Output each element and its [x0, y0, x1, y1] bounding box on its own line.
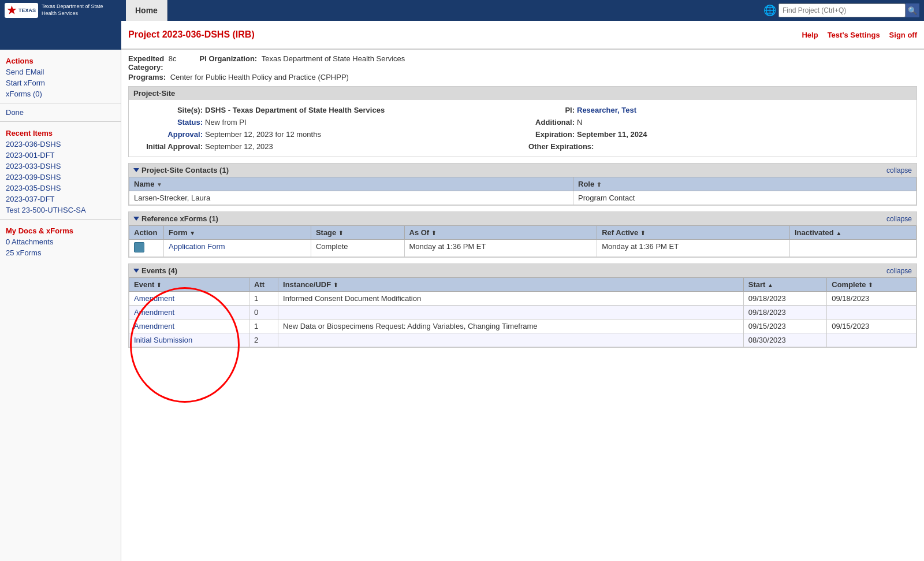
- events-header-title: Events (4): [133, 266, 177, 275]
- expiration-value: September 11, 2024: [577, 130, 647, 139]
- xforms-triangle-icon: [133, 217, 139, 221]
- sidebar-xforms[interactable]: xForms (0): [0, 88, 121, 99]
- agency-name: Texas Department of State Health Service…: [42, 3, 103, 17]
- approval-field: Approval: September 12, 2023 for 12 mont…: [133, 130, 517, 139]
- expiration-label: Expiration:: [528, 130, 575, 139]
- event-att: 1: [249, 292, 278, 306]
- xforms-form-sort-icon: ▼: [189, 230, 195, 236]
- events-col-start: Start ▲: [743, 278, 827, 292]
- contacts-header-title: Project-Site Contacts (1): [133, 166, 229, 174]
- contacts-col-name: Name ▼: [129, 177, 573, 191]
- sidebar-start-xform[interactable]: Start xForm: [0, 77, 121, 88]
- xforms-asof-sort-icon: ⬆: [431, 230, 436, 236]
- events-body: Event ⬆ Att Instance/UDF ⬆ Start ▲: [129, 277, 916, 347]
- xforms-col-inactivated: Inactivated ▲: [789, 226, 916, 240]
- event-type: Amendment: [129, 319, 249, 333]
- xform-stage: Complete: [311, 240, 404, 257]
- settings-link[interactable]: Test's Settings: [828, 31, 880, 39]
- sidebar-xforms-count[interactable]: 25 xForms: [0, 247, 121, 258]
- project-site-section: Project-Site Site(s): DSHS - Texas Depar…: [128, 86, 917, 157]
- contact-name: Larsen-Strecker, Laura: [129, 191, 573, 205]
- event-type-link[interactable]: Amendment: [134, 308, 174, 317]
- other-exp-label: Other Expirations:: [528, 142, 594, 151]
- sidebar-done[interactable]: Done: [0, 107, 121, 118]
- expiration-field: Expiration: September 11, 2024: [528, 130, 912, 139]
- status-value: New from PI: [205, 118, 247, 127]
- xforms-col-asof: As Of ⬆: [404, 226, 597, 240]
- event-start: 08/30/2023: [743, 333, 827, 347]
- contacts-table: Name ▼ Role ⬆ Larsen-Strecker, Laura Pro…: [129, 177, 916, 205]
- events-start-sort-icon: ▲: [767, 282, 773, 288]
- initial-approval-field: Initial Approval: September 12, 2023: [133, 142, 517, 151]
- events-collapse-link[interactable]: collapse: [886, 267, 912, 275]
- sites-label: Site(s):: [133, 106, 203, 114]
- pi-label: PI:: [528, 106, 575, 114]
- home-tab[interactable]: Home: [126, 0, 167, 21]
- contacts-body: Name ▼ Role ⬆ Larsen-Strecker, Laura Pro…: [129, 177, 916, 205]
- mydocs-title: My Docs & xForms: [0, 223, 121, 236]
- search-container: 🌐 🔍: [763, 3, 924, 17]
- pi-org-field: PI Organization: Texas Department of Sta…: [199, 54, 917, 72]
- pi-value-link[interactable]: Researcher, Test: [577, 106, 636, 114]
- status-field: Status: New from PI: [133, 118, 517, 127]
- contacts-col-role: Role ⬆: [573, 177, 916, 191]
- xform-refactive: Monday at 1:36 PM ET: [597, 240, 790, 257]
- tx-title: TEXAS: [18, 8, 36, 13]
- expedited-value: 8c: [169, 54, 177, 63]
- contacts-role-sort-icon: ⬆: [597, 181, 601, 188]
- recent-item-2[interactable]: 2023-033-DSHS: [0, 161, 121, 172]
- event-instance: Informed Consent Document Modification: [278, 292, 744, 306]
- search-button[interactable]: 🔍: [906, 3, 919, 17]
- help-link[interactable]: Help: [802, 31, 818, 39]
- texas-logo: ★ TEXAS Texas Department of State Health…: [5, 3, 103, 18]
- event-complete: [827, 306, 916, 319]
- xform-inactivated: [789, 240, 916, 257]
- additional-field: Additional: N: [528, 118, 912, 127]
- sidebar-attachments[interactable]: 0 Attachments: [0, 236, 121, 247]
- event-instance: New Data or Biospecimens Request: Adding…: [278, 319, 744, 333]
- xforms-collapse-link[interactable]: collapse: [886, 215, 912, 223]
- event-complete: 09/18/2023: [827, 292, 916, 306]
- recent-item-4[interactable]: 2023-035-DSHS: [0, 183, 121, 194]
- recent-item-5[interactable]: 2023-037-DFT: [0, 194, 121, 205]
- additional-label: Additional:: [528, 118, 575, 127]
- recent-item-3[interactable]: 2023-039-DSHS: [0, 172, 121, 183]
- signoff-link[interactable]: Sign off: [889, 31, 917, 39]
- project-site-body: Site(s): DSHS - Texas Department of Stat…: [129, 100, 916, 157]
- event-att: 0: [249, 306, 278, 319]
- recent-item-1[interactable]: 2023-001-DFT: [0, 150, 121, 161]
- contacts-header: Project-Site Contacts (1) collapse: [129, 164, 916, 177]
- events-header: Events (4) collapse: [129, 264, 916, 277]
- events-col-complete: Complete ⬆: [827, 278, 916, 292]
- event-type-link[interactable]: Initial Submission: [134, 336, 192, 344]
- contacts-section: Project-Site Contacts (1) collapse Name …: [128, 163, 917, 206]
- event-instance: [278, 306, 744, 319]
- event-start: 09/15/2023: [743, 319, 827, 333]
- events-table: Event ⬆ Att Instance/UDF ⬆ Start ▲: [129, 277, 916, 347]
- contacts-collapse-link[interactable]: collapse: [886, 166, 912, 174]
- search-input[interactable]: [778, 3, 906, 17]
- xforms-col-action: Action: [129, 226, 164, 240]
- top-links: Help Test's Settings Sign off: [802, 31, 917, 39]
- event-type: Amendment: [129, 306, 249, 319]
- xform-form-link[interactable]: Application Form: [169, 242, 225, 251]
- xform-asof: Monday at 1:36 PM ET: [404, 240, 597, 257]
- xforms-inactivated-sort-icon: ▲: [836, 230, 841, 236]
- sidebar-send-email[interactable]: Send EMail: [0, 66, 121, 77]
- programs-field: Programs: Center for Public Health Polic…: [128, 73, 349, 81]
- events-instance-sort-icon: ⬆: [333, 282, 338, 288]
- event-type: Amendment: [129, 292, 249, 306]
- programs-value: Center for Public Health Policy and Prac…: [170, 73, 349, 81]
- event-start: 09/18/2023: [743, 292, 827, 306]
- event-type-link[interactable]: Amendment: [134, 294, 174, 303]
- expedited-field: Expedited 8c Category:: [128, 54, 176, 72]
- xforms-row: Application Form Complete Monday at 1:36…: [129, 240, 916, 257]
- event-type-link[interactable]: Amendment: [134, 322, 174, 330]
- events-row: Amendment 1 Informed Consent Document Mo…: [129, 292, 916, 306]
- contacts-triangle-icon: [133, 168, 139, 172]
- sidebar-divider-3: [0, 219, 121, 220]
- xforms-header-title: Reference xForms (1): [133, 214, 218, 223]
- recent-item-0[interactable]: 2023-036-DSHS: [0, 139, 121, 150]
- expedited-label: Expedited: [128, 54, 164, 63]
- recent-item-6[interactable]: Test 23-500-UTHSC-SA: [0, 205, 121, 216]
